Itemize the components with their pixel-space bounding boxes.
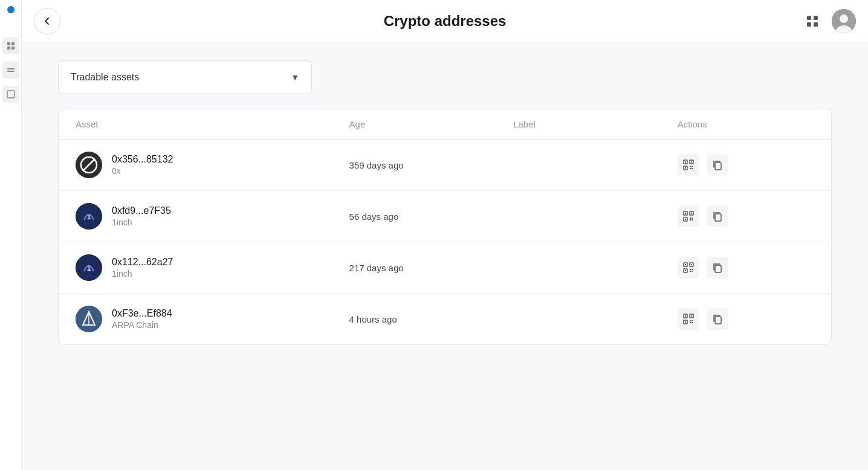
asset-icon-2: 1 xyxy=(76,203,102,230)
svg-rect-39 xyxy=(691,219,693,221)
tradable-assets-dropdown[interactable]: Tradable assets ▼ xyxy=(58,60,312,94)
svg-rect-2 xyxy=(7,47,10,50)
asset-address-3: 0x112...62a27 xyxy=(112,257,173,268)
table-header: Asset Age Label Actions xyxy=(59,109,831,140)
svg-rect-8 xyxy=(814,16,818,20)
sidebar-logo-dot xyxy=(7,6,15,13)
asset-info-4: 0xF3e...Ef884 ARPA Chain xyxy=(112,308,172,330)
actions-cell-4 xyxy=(678,308,814,330)
table-row: 1 0xfd9...e7F35 1inch 56 days ago xyxy=(59,191,831,242)
header: Crypto addresses xyxy=(22,0,868,42)
svg-rect-10 xyxy=(814,22,818,27)
actions-cell-2 xyxy=(678,205,814,227)
sidebar xyxy=(0,0,22,470)
svg-rect-3 xyxy=(11,47,15,50)
svg-rect-60 xyxy=(685,315,686,317)
svg-point-12 xyxy=(840,14,848,23)
asset-name-4: ARPA Chain xyxy=(112,320,172,330)
asset-name-2: 1inch xyxy=(112,217,171,227)
asset-cell-3: 1 0x112...62a27 1inch xyxy=(76,254,349,281)
svg-rect-9 xyxy=(807,22,811,27)
qr-button-3[interactable] xyxy=(678,257,699,278)
asset-cell-2: 1 0xfd9...e7F35 1inch xyxy=(76,203,349,230)
qr-button-2[interactable] xyxy=(678,205,699,227)
age-cell-1: 359 days ago xyxy=(349,160,514,170)
svg-rect-34 xyxy=(691,213,692,214)
svg-rect-62 xyxy=(685,321,686,323)
svg-rect-23 xyxy=(690,166,691,167)
svg-rect-4 xyxy=(7,68,15,69)
svg-rect-40 xyxy=(715,214,721,221)
col-header-label: Label xyxy=(513,119,678,129)
svg-rect-38 xyxy=(690,219,691,221)
svg-rect-66 xyxy=(691,322,693,323)
col-header-actions: Actions xyxy=(678,119,814,129)
svg-rect-1 xyxy=(11,42,15,45)
asset-address-2: 0xfd9...e7F35 xyxy=(112,205,171,216)
svg-rect-47 xyxy=(691,264,692,265)
svg-rect-21 xyxy=(691,161,692,163)
svg-rect-0 xyxy=(7,42,10,45)
chevron-down-icon: ▼ xyxy=(291,72,299,82)
age-cell-2: 56 days ago xyxy=(349,211,514,222)
qr-button-1[interactable] xyxy=(678,154,699,176)
svg-rect-37 xyxy=(691,217,693,219)
col-header-age: Age xyxy=(349,119,514,129)
copy-button-3[interactable] xyxy=(707,257,728,278)
svg-rect-49 xyxy=(690,269,691,270)
asset-cell-4: 0xF3e...Ef884 ARPA Chain xyxy=(76,306,349,332)
svg-rect-52 xyxy=(691,271,693,272)
sidebar-nav-item-1[interactable] xyxy=(2,37,19,54)
filter-wrapper: Tradable assets ▼ xyxy=(58,60,832,94)
svg-rect-53 xyxy=(715,265,721,272)
asset-cell-1: 0x356...85132 0x xyxy=(76,152,349,178)
asset-name-3: 1inch xyxy=(112,269,173,278)
sidebar-nav-item-2[interactable] xyxy=(2,62,19,79)
svg-rect-26 xyxy=(691,168,693,169)
copy-button-1[interactable] xyxy=(707,154,728,176)
svg-rect-50 xyxy=(691,269,693,270)
grid-icon[interactable] xyxy=(800,9,824,33)
header-right xyxy=(800,9,856,33)
svg-rect-51 xyxy=(690,271,691,272)
actions-cell-1 xyxy=(678,154,814,176)
asset-address-4: 0xF3e...Ef884 xyxy=(112,308,172,319)
asset-info-2: 0xfd9...e7F35 1inch xyxy=(112,205,171,227)
svg-rect-7 xyxy=(807,16,811,20)
asset-icon-3: 1 xyxy=(76,254,102,281)
age-cell-3: 217 days ago xyxy=(349,263,514,273)
svg-rect-22 xyxy=(685,167,686,169)
col-header-asset: Asset xyxy=(76,119,349,129)
sidebar-nav-item-3[interactable] xyxy=(2,86,19,103)
svg-rect-48 xyxy=(685,270,686,271)
svg-rect-35 xyxy=(685,219,686,220)
asset-icon-4 xyxy=(76,306,102,332)
copy-button-4[interactable] xyxy=(707,308,728,330)
age-cell-4: 4 hours ago xyxy=(349,314,514,324)
qr-button-4[interactable] xyxy=(678,308,699,330)
svg-rect-25 xyxy=(690,168,691,169)
svg-rect-27 xyxy=(715,163,721,170)
dropdown-label: Tradable assets xyxy=(71,72,139,83)
asset-name-1: 0x xyxy=(112,166,173,176)
svg-rect-20 xyxy=(685,161,686,163)
svg-rect-5 xyxy=(7,71,15,72)
asset-address-1: 0x356...85132 xyxy=(112,154,173,165)
back-button[interactable] xyxy=(34,8,60,34)
svg-rect-63 xyxy=(690,320,691,321)
actions-cell-3 xyxy=(678,257,814,278)
page-title: Crypto addresses xyxy=(384,13,507,30)
svg-rect-36 xyxy=(690,217,691,219)
svg-rect-6 xyxy=(7,91,15,98)
avatar[interactable] xyxy=(832,9,856,33)
svg-rect-33 xyxy=(685,213,686,214)
copy-button-2[interactable] xyxy=(707,205,728,227)
table-row: 0xF3e...Ef884 ARPA Chain 4 hours ago xyxy=(59,294,831,344)
asset-icon-1 xyxy=(76,152,102,178)
svg-rect-61 xyxy=(691,315,692,317)
svg-rect-65 xyxy=(690,322,691,323)
main-content: Tradable assets ▼ Asset Age Label Action… xyxy=(22,42,868,470)
table-row: 1 0x112...62a27 1inch 217 days ago xyxy=(59,242,831,294)
asset-info-3: 0x112...62a27 1inch xyxy=(112,257,173,278)
addresses-table: Asset Age Label Actions 0x356...85132 0x xyxy=(58,109,832,345)
